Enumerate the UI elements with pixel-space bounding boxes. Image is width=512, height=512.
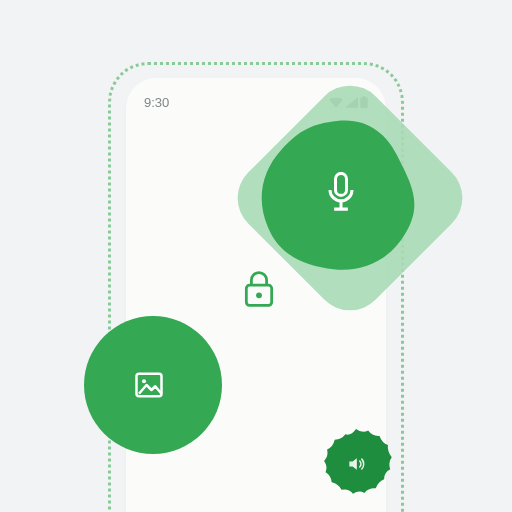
svg-rect-4 <box>336 173 347 195</box>
speaker-icon <box>346 454 366 474</box>
status-time: 9:30 <box>144 95 169 110</box>
image-icon <box>134 370 164 400</box>
microphone-icon <box>324 172 358 216</box>
svg-point-8 <box>142 379 146 383</box>
illustration-stage: 9:30 <box>0 0 512 512</box>
svg-point-3 <box>256 292 262 298</box>
